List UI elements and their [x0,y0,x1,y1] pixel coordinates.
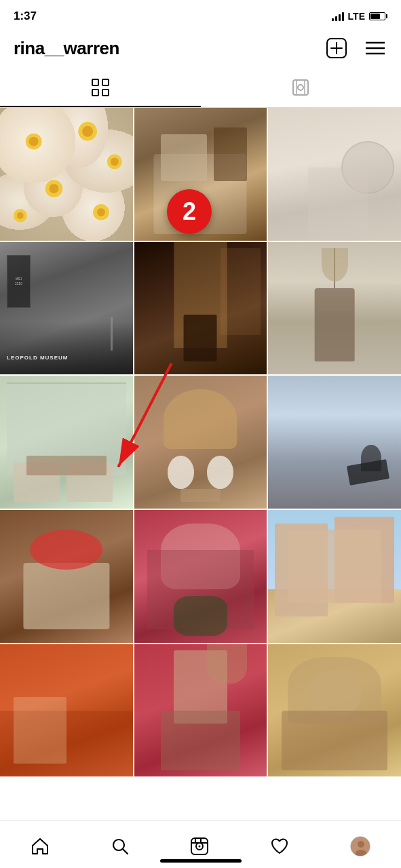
nav-home[interactable] [22,834,58,859]
photo-grid: LEOPOLD MUSEUM WEI1510 [0,108,401,776]
grid-icon [92,79,109,96]
grid-cell-7[interactable] [0,376,133,509]
home-icon [31,837,50,856]
svg-rect-7 [102,79,109,85]
grid-cell-14[interactable] [134,644,267,777]
svg-point-21 [50,184,59,193]
nav-search[interactable] [102,834,138,859]
lte-label: LTE [348,11,365,22]
photo-grid-wrapper: LEOPOLD MUSEUM WEI1510 [0,108,401,776]
svg-point-11 [298,85,303,90]
svg-rect-8 [92,90,98,96]
svg-rect-6 [92,79,98,85]
svg-point-19 [111,157,119,165]
grid-cell-9[interactable] [268,376,401,509]
signal-icon [332,12,344,21]
add-icon [326,38,347,58]
nav-reels[interactable] [182,834,217,859]
profile-avatar-svg [351,837,370,856]
grid-cell-5[interactable] [134,242,267,375]
svg-line-29 [123,849,128,854]
header-actions [324,35,387,61]
status-time: 1:37 [14,9,37,23]
home-indicator [160,859,242,863]
svg-rect-9 [102,90,109,96]
profile-tabs [0,69,401,108]
grid-cell-13[interactable] [0,644,133,777]
menu-button[interactable] [363,39,387,58]
status-icons: LTE [332,11,387,22]
svg-point-37 [358,841,364,848]
grid-cell-6[interactable] [268,242,401,375]
grid-cell-4[interactable]: LEOPOLD MUSEUM WEI1510 [0,242,133,375]
tab-tagged[interactable] [201,69,402,107]
grid-cell-15[interactable] [268,644,401,777]
search-icon [111,837,130,856]
battery-icon [369,12,387,20]
add-post-button[interactable] [324,35,349,61]
svg-point-25 [17,212,24,219]
status-bar: 1:37 LTE [0,0,401,30]
username: rina__warren [14,38,119,59]
grid-cell-11[interactable] [134,510,267,643]
svg-point-32 [199,845,201,847]
grid-cell-3[interactable] [268,108,401,241]
tagged-icon [292,79,309,96]
reels-icon [190,837,209,856]
tab-grid[interactable] [0,69,201,107]
profile-header: rina__warren [0,30,401,69]
hamburger-icon [366,41,385,55]
grid-cell-2[interactable] [134,108,267,241]
profile-avatar [350,836,370,856]
grid-cell-10[interactable] [0,510,133,643]
heart-icon [270,837,289,856]
svg-point-17 [82,126,93,137]
daisy-svg [0,108,133,241]
grid-cell-1[interactable] [0,108,133,241]
nav-likes[interactable] [262,834,297,859]
svg-rect-10 [293,80,308,95]
grid-cell-8[interactable] [134,376,267,509]
grid-cell-12[interactable] [268,510,401,643]
nav-profile[interactable] [342,833,379,859]
svg-point-28 [113,840,124,850]
svg-point-23 [97,208,105,216]
svg-point-15 [29,137,39,146]
